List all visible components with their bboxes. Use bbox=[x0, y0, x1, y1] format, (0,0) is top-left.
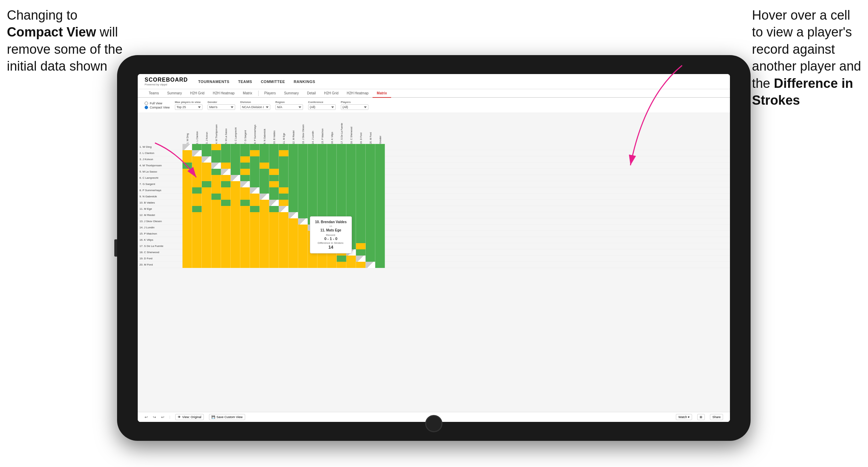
matrix-cell-8-7[interactable] bbox=[250, 194, 260, 200]
matrix-cell-15-12[interactable] bbox=[298, 237, 308, 243]
matrix-cell-19-12[interactable] bbox=[298, 262, 308, 268]
matrix-cell-5-18[interactable] bbox=[356, 175, 366, 181]
matrix-cell-15-7[interactable] bbox=[250, 237, 260, 243]
matrix-cell-1-14[interactable] bbox=[317, 150, 327, 156]
matrix-cell-9-1[interactable] bbox=[192, 200, 202, 206]
matrix-cell-3-17[interactable] bbox=[346, 163, 356, 169]
matrix-cell-11-0[interactable] bbox=[182, 212, 192, 218]
matrix-cell-10-12[interactable] bbox=[298, 206, 308, 212]
matrix-cell-0-14[interactable] bbox=[317, 144, 327, 150]
matrix-cell-11-18[interactable] bbox=[356, 212, 366, 218]
matrix-cell-9-7[interactable] bbox=[250, 200, 260, 206]
matrix-cell-17-9[interactable] bbox=[269, 249, 279, 256]
matrix-cell-7-4[interactable] bbox=[221, 187, 231, 194]
matrix-cell-12-0[interactable] bbox=[182, 218, 192, 225]
matrix-cell-2-2[interactable] bbox=[202, 156, 211, 163]
matrix-cell-18-20[interactable] bbox=[375, 256, 385, 262]
matrix-cell-11-3[interactable] bbox=[211, 212, 221, 218]
matrix-cell-18-0[interactable] bbox=[182, 256, 192, 262]
matrix-cell-14-11[interactable] bbox=[289, 231, 298, 237]
matrix-cell-9-20[interactable] bbox=[375, 200, 385, 206]
matrix-cell-12-6[interactable] bbox=[240, 218, 250, 225]
matrix-scroll[interactable]: 1. W Ding2. L Clanton3. J Koivun4. M Tho… bbox=[138, 113, 730, 412]
matrix-cell-17-8[interactable] bbox=[260, 249, 269, 256]
matrix-cell-19-18[interactable] bbox=[356, 262, 366, 268]
matrix-cell-6-16[interactable] bbox=[337, 181, 346, 187]
matrix-cell-14-18[interactable] bbox=[356, 231, 366, 237]
matrix-cell-8-2[interactable] bbox=[202, 194, 211, 200]
matrix-cell-3-0[interactable] bbox=[182, 163, 192, 169]
matrix-cell-12-18[interactable] bbox=[356, 218, 366, 225]
matrix-cell-8-10[interactable] bbox=[279, 194, 289, 200]
matrix-cell-3-18[interactable] bbox=[356, 163, 366, 169]
matrix-cell-7-7[interactable] bbox=[250, 187, 260, 194]
matrix-cell-16-11[interactable] bbox=[289, 243, 298, 249]
matrix-cell-5-14[interactable] bbox=[317, 175, 327, 181]
save-custom-button[interactable]: 💾 Save Custom View bbox=[209, 414, 245, 420]
matrix-cell-0-10[interactable] bbox=[279, 144, 289, 150]
matrix-cell-15-0[interactable] bbox=[182, 237, 192, 243]
matrix-cell-4-20[interactable] bbox=[375, 169, 385, 175]
matrix-cell-19-0[interactable] bbox=[182, 262, 192, 268]
matrix-cell-13-3[interactable] bbox=[211, 225, 221, 231]
full-view-option[interactable]: Full View bbox=[145, 102, 170, 105]
players-select[interactable]: (All) bbox=[341, 104, 368, 110]
matrix-cell-16-5[interactable] bbox=[231, 243, 240, 249]
matrix-cell-1-20[interactable] bbox=[375, 150, 385, 156]
matrix-cell-10-2[interactable] bbox=[202, 206, 211, 212]
matrix-cell-19-5[interactable] bbox=[231, 262, 240, 268]
nav-rankings[interactable]: RANKINGS bbox=[294, 78, 315, 85]
matrix-cell-4-0[interactable] bbox=[182, 169, 192, 175]
matrix-cell-2-0[interactable] bbox=[182, 156, 192, 163]
matrix-cell-17-7[interactable] bbox=[250, 249, 260, 256]
matrix-cell-12-11[interactable] bbox=[289, 218, 298, 225]
matrix-cell-4-17[interactable] bbox=[346, 169, 356, 175]
matrix-cell-2-18[interactable] bbox=[356, 156, 366, 163]
matrix-cell-1-16[interactable] bbox=[337, 150, 346, 156]
matrix-cell-6-6[interactable] bbox=[240, 181, 250, 187]
matrix-cell-1-1[interactable] bbox=[192, 150, 202, 156]
matrix-cell-4-14[interactable] bbox=[317, 169, 327, 175]
matrix-cell-1-0[interactable] bbox=[182, 150, 192, 156]
matrix-cell-1-17[interactable] bbox=[346, 150, 356, 156]
matrix-cell-6-1[interactable] bbox=[192, 181, 202, 187]
matrix-cell-10-7[interactable] bbox=[250, 206, 260, 212]
matrix-cell-6-11[interactable] bbox=[289, 181, 298, 187]
matrix-cell-3-10[interactable] bbox=[279, 163, 289, 169]
matrix-cell-12-10[interactable] bbox=[279, 218, 289, 225]
matrix-cell-17-2[interactable] bbox=[202, 249, 211, 256]
matrix-cell-3-15[interactable] bbox=[327, 163, 337, 169]
matrix-cell-5-9[interactable] bbox=[269, 175, 279, 181]
tab-players[interactable]: Players bbox=[260, 89, 280, 98]
compact-view-option[interactable]: Compact View bbox=[145, 106, 170, 109]
matrix-cell-12-19[interactable] bbox=[366, 218, 375, 225]
matrix-cell-5-8[interactable] bbox=[260, 175, 269, 181]
matrix-cell-0-5[interactable] bbox=[231, 144, 240, 150]
matrix-cell-4-19[interactable] bbox=[366, 169, 375, 175]
matrix-cell-16-10[interactable] bbox=[279, 243, 289, 249]
matrix-cell-12-4[interactable] bbox=[221, 218, 231, 225]
matrix-cell-18-3[interactable] bbox=[211, 256, 221, 262]
full-view-radio[interactable] bbox=[145, 102, 148, 105]
matrix-cell-3-4[interactable] bbox=[221, 163, 231, 169]
matrix-cell-15-8[interactable] bbox=[260, 237, 269, 243]
tab-detail[interactable]: Detail bbox=[303, 89, 320, 98]
matrix-cell-2-15[interactable] bbox=[327, 156, 337, 163]
matrix-cell-0-8[interactable] bbox=[260, 144, 269, 150]
matrix-cell-0-12[interactable] bbox=[298, 144, 308, 150]
matrix-cell-3-2[interactable] bbox=[202, 163, 211, 169]
matrix-cell-19-3[interactable] bbox=[211, 262, 221, 268]
matrix-cell-9-19[interactable] bbox=[366, 200, 375, 206]
matrix-cell-17-1[interactable] bbox=[192, 249, 202, 256]
matrix-cell-13-9[interactable] bbox=[269, 225, 279, 231]
matrix-cell-1-12[interactable] bbox=[298, 150, 308, 156]
matrix-cell-9-13[interactable] bbox=[308, 200, 317, 206]
matrix-cell-15-10[interactable] bbox=[279, 237, 289, 243]
matrix-cell-8-14[interactable] bbox=[317, 194, 327, 200]
matrix-cell-18-2[interactable] bbox=[202, 256, 211, 262]
matrix-cell-16-2[interactable] bbox=[202, 243, 211, 249]
matrix-cell-16-7[interactable] bbox=[250, 243, 260, 249]
matrix-cell-3-13[interactable] bbox=[308, 163, 317, 169]
matrix-cell-14-5[interactable] bbox=[231, 231, 240, 237]
matrix-cell-13-6[interactable] bbox=[240, 225, 250, 231]
